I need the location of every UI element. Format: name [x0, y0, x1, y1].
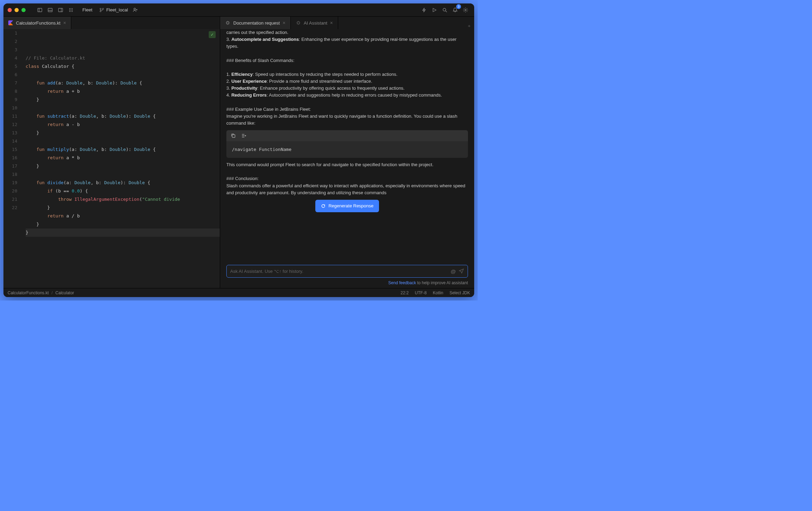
code-line[interactable]: }: [26, 129, 220, 137]
code-line[interactable]: // File: Calculator.kt: [26, 54, 220, 62]
code-line[interactable]: [26, 71, 220, 79]
run-icon[interactable]: [430, 6, 439, 15]
close-tab-icon[interactable]: ×: [63, 20, 66, 26]
send-feedback-link[interactable]: Send feedback: [388, 280, 416, 285]
code-line[interactable]: }: [26, 162, 220, 170]
ai-text: Imagine you're working in JetBrains Flee…: [226, 113, 468, 127]
svg-point-8: [72, 8, 73, 9]
code-line[interactable]: }: [26, 204, 220, 212]
ai-input-field[interactable]: [230, 269, 448, 274]
ai-pane: Documentation request×AI Assistant×＋ car…: [220, 17, 474, 288]
send-icon[interactable]: [459, 268, 464, 275]
notification-badge: 3: [456, 4, 461, 9]
code-line[interactable]: fun divide(a: Double, b: Double): Double…: [26, 179, 220, 187]
add-collaborator-icon[interactable]: [131, 6, 140, 15]
search-icon[interactable]: [440, 6, 449, 15]
svg-point-16: [100, 10, 101, 12]
code-line[interactable]: }: [26, 228, 220, 237]
svg-rect-2: [48, 8, 52, 12]
breadcrumb-file[interactable]: CalculatorFunctions.kt: [8, 290, 49, 295]
app-name[interactable]: Fleet: [82, 7, 92, 12]
ai-response-content: carries out the specified action. 3. Aut…: [220, 29, 474, 262]
svg-point-18: [134, 8, 135, 10]
code-line[interactable]: return a / b: [26, 212, 220, 220]
panels-bottom-icon[interactable]: [46, 6, 55, 15]
breadcrumb-sep: /: [52, 290, 53, 295]
ai-text: This command would prompt Fleet to searc…: [226, 161, 468, 168]
encoding[interactable]: UTF-8: [415, 290, 427, 295]
panels-left-icon[interactable]: [35, 6, 44, 15]
code-text: /navigate FunctionName: [226, 141, 468, 158]
regenerate-label: Regenerate Response: [328, 203, 373, 209]
svg-point-17: [102, 8, 104, 9]
code-editor[interactable]: 12345678910111213141516171819202122 ✓ //…: [3, 29, 220, 288]
insert-code-icon[interactable]: [240, 132, 247, 139]
code-line[interactable]: return a + b: [26, 87, 220, 96]
panels-right-icon[interactable]: [56, 6, 65, 15]
svg-point-6: [69, 8, 70, 9]
tab-label: CalculatorFunctions.kt: [16, 20, 61, 26]
editor-pane: CalculatorFunctions.kt × 123456789101112…: [3, 17, 220, 288]
mention-icon[interactable]: @: [451, 268, 456, 274]
code-line[interactable]: fun subtract(a: Double, b: Double): Doub…: [26, 112, 220, 120]
titlebar: Fleet Fleet_local 3: [3, 3, 474, 17]
code-area[interactable]: ✓ // File: Calculator.kt class Calculato…: [23, 29, 220, 288]
ai-tab[interactable]: Documentation request×: [220, 17, 291, 29]
svg-rect-24: [232, 135, 235, 137]
code-line[interactable]: throw IllegalArgumentException("Cannot d…: [26, 195, 220, 204]
ai-text: Slash commands offer a powerful and effi…: [226, 182, 468, 196]
code-line[interactable]: }: [26, 220, 220, 228]
app-window: Fleet Fleet_local 3 CalculatorFunctions.…: [3, 3, 474, 297]
notifications-icon[interactable]: 3: [451, 6, 460, 15]
svg-point-14: [72, 11, 73, 11]
inspection-ok-icon[interactable]: ✓: [209, 31, 216, 38]
refresh-icon: [321, 204, 326, 208]
main-content: CalculatorFunctions.kt × 123456789101112…: [3, 17, 474, 288]
code-line[interactable]: [26, 137, 220, 145]
svg-point-21: [443, 8, 446, 11]
new-ai-tab-icon[interactable]: ＋: [464, 23, 474, 29]
copy-code-icon[interactable]: [230, 132, 237, 139]
code-line[interactable]: fun add(a: Double, b: Double): Double {: [26, 79, 220, 87]
feedback-line: Send feedback to help improve AI assista…: [220, 280, 474, 288]
code-line[interactable]: [26, 170, 220, 179]
code-line[interactable]: }: [26, 96, 220, 104]
ai-tab[interactable]: AI Assistant×: [291, 17, 338, 29]
language[interactable]: Kotlin: [433, 290, 443, 295]
gear-icon[interactable]: [461, 6, 470, 15]
branch-selector[interactable]: Fleet_local: [99, 7, 128, 12]
close-window-button[interactable]: [8, 8, 12, 12]
code-line[interactable]: class Calculator {: [26, 62, 220, 71]
ai-input[interactable]: @: [226, 265, 468, 278]
code-line[interactable]: return a * b: [26, 154, 220, 162]
ai-heading: ### Benefits of Slash Commands:: [226, 57, 468, 64]
svg-point-12: [69, 11, 70, 11]
minimize-window-button[interactable]: [15, 8, 19, 12]
svg-line-22: [445, 11, 447, 12]
bolt-icon[interactable]: [419, 6, 428, 15]
ai-spark-icon: [225, 20, 231, 26]
maximize-window-button[interactable]: [21, 8, 26, 12]
branch-icon: [99, 8, 104, 12]
line-gutter: 12345678910111213141516171819202122: [3, 29, 23, 288]
svg-rect-4: [58, 8, 63, 12]
traffic-lights: [8, 8, 26, 12]
svg-point-9: [69, 9, 70, 10]
svg-point-13: [71, 11, 71, 11]
close-tab-icon[interactable]: ×: [282, 20, 285, 26]
jdk-selector[interactable]: Select JDK: [450, 290, 470, 295]
apps-grid-icon[interactable]: [66, 6, 75, 15]
branch-name: Fleet_local: [106, 7, 128, 12]
code-line[interactable]: [26, 104, 220, 112]
ai-text: carries out the specified action.: [226, 30, 288, 35]
regenerate-button[interactable]: Regenerate Response: [315, 200, 379, 212]
tab-calculator-functions[interactable]: CalculatorFunctions.kt ×: [3, 17, 71, 29]
cursor-position[interactable]: 22:2: [400, 290, 408, 295]
svg-point-15: [100, 8, 101, 9]
code-line[interactable]: fun multiply(a: Double, b: Double): Doub…: [26, 145, 220, 154]
close-tab-icon[interactable]: ×: [330, 20, 333, 26]
code-line[interactable]: if (b == 0.0) {: [26, 187, 220, 195]
ai-heading: ### Example Use Case in JetBrains Fleet:: [226, 106, 468, 113]
code-line[interactable]: return a - b: [26, 120, 220, 129]
breadcrumb-class[interactable]: Calculator: [55, 290, 74, 295]
